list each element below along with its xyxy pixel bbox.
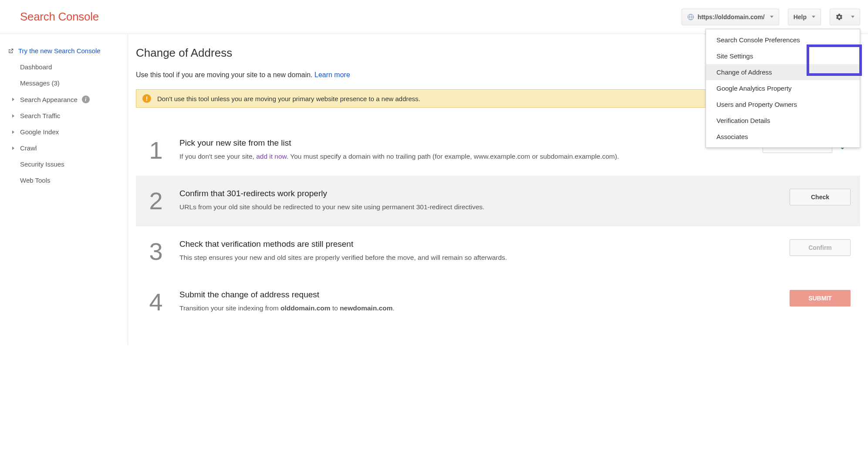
step-text-fragment: If you don't see your site, (179, 153, 256, 160)
step-text: If you don't see your site, add it now. … (179, 151, 750, 161)
step-action: Confirm (790, 239, 851, 256)
sidebar-item-label: Security Issues (20, 160, 64, 168)
arrow-right-icon (12, 130, 14, 134)
sidebar-item[interactable]: Web Tools (0, 172, 128, 188)
step-title: Pick your new site from the list (179, 138, 750, 148)
sidebar-item-label: Google Index (20, 128, 59, 136)
step-text-fragment: . (393, 304, 395, 312)
step-title: Check that verification methods are stil… (179, 239, 777, 249)
step-title: Submit the change of address request (179, 290, 777, 300)
sidebar-item-label: Web Tools (20, 177, 51, 184)
step-text: This step ensures your new and old sites… (179, 252, 777, 262)
sidebar-item[interactable]: Search Appearancei (0, 91, 128, 108)
step-body: Check that verification methods are stil… (179, 239, 777, 262)
globe-icon (687, 14, 694, 20)
add-it-now-link[interactable]: add it now (256, 153, 287, 160)
property-url-label: https://olddomain.com/ (698, 14, 765, 20)
step-body: Confirm that 301-redirects work properly… (179, 189, 777, 212)
check-button[interactable]: Check (790, 189, 851, 205)
step-3: 3 Check that verification methods are st… (136, 226, 860, 277)
settings-menu-item[interactable]: Change of Address (706, 64, 860, 80)
sidebar-item[interactable]: Search Traffic (0, 108, 128, 124)
sidebar-try-new[interactable]: Try the new Search Console (0, 43, 128, 59)
property-selector[interactable]: https://olddomain.com/ (682, 9, 779, 25)
step-action: SUBMIT (790, 290, 851, 306)
caret-down-icon (812, 16, 815, 18)
top-header: Search Console https://olddomain.com/ He… (0, 0, 868, 34)
settings-menu-item[interactable]: Users and Property Owners (706, 96, 860, 112)
warning-text: Don't use this tool unless you are movin… (157, 95, 420, 102)
settings-menu-item[interactable]: Site Settings (706, 48, 860, 64)
settings-menu-item[interactable]: Associates (706, 129, 860, 145)
step-text-fragment: Transition your site indexing from (179, 304, 280, 312)
settings-button[interactable] (830, 9, 860, 25)
arrow-right-icon (12, 146, 14, 150)
gear-icon (835, 13, 843, 21)
arrow-right-icon (12, 114, 14, 118)
sidebar-item-label: Search Traffic (20, 112, 60, 119)
step-number: 2 (145, 189, 166, 213)
sidebar-item[interactable]: Messages (3) (0, 75, 128, 91)
external-link-icon (8, 48, 14, 54)
submit-button[interactable]: SUBMIT (790, 290, 851, 306)
step-body: Pick your new site from the list If you … (179, 138, 750, 161)
sidebar-item[interactable]: Google Index (0, 124, 128, 140)
settings-menu-item[interactable]: Search Console Preferences (706, 32, 860, 48)
sidebar: Try the new Search Console DashboardMess… (0, 34, 128, 345)
sidebar-item-label: Dashboard (20, 63, 52, 71)
step-4: 4 Submit the change of address request T… (136, 277, 860, 327)
new-domain: newdomain.com (340, 304, 392, 312)
step-text: Transition your site indexing from olddo… (179, 303, 777, 313)
learn-more-link[interactable]: Learn more (314, 71, 350, 78)
sidebar-try-label: Try the new Search Console (18, 47, 101, 54)
step-2: 2 Confirm that 301-redirects work proper… (136, 176, 860, 226)
header-controls: https://olddomain.com/ Help Search Conso… (682, 9, 860, 25)
info-icon: i (82, 95, 90, 103)
warning-icon: ! (142, 94, 151, 103)
caret-down-icon (770, 16, 773, 18)
help-button[interactable]: Help (788, 9, 821, 25)
step-action: Check (790, 189, 851, 205)
step-number: 4 (145, 290, 166, 314)
help-label: Help (794, 14, 807, 20)
step-text: URLs from your old site should be redire… (179, 202, 777, 212)
sidebar-item[interactable]: Security Issues (0, 156, 128, 172)
settings-menu-item[interactable]: Google Analytics Property (706, 80, 860, 96)
step-text-fragment: . You must specify a domain with no trai… (287, 153, 619, 160)
settings-wrap: Search Console PreferencesSite SettingsC… (830, 9, 860, 25)
sidebar-item-label: Messages (3) (20, 79, 60, 87)
settings-menu-item[interactable]: Verification Details (706, 112, 860, 129)
confirm-button[interactable]: Confirm (790, 239, 851, 256)
step-number: 3 (145, 239, 166, 264)
app-logo: Search Console (20, 10, 99, 24)
caret-down-icon (851, 16, 854, 18)
sidebar-item[interactable]: Dashboard (0, 59, 128, 75)
old-domain: olddomain.com (280, 304, 331, 312)
sidebar-item[interactable]: Crawl (0, 140, 128, 156)
step-title: Confirm that 301-redirects work properly (179, 189, 777, 198)
sidebar-item-label: Crawl (20, 144, 37, 152)
sidebar-item-label: Search Appearance (20, 96, 78, 103)
settings-menu: Search Console PreferencesSite SettingsC… (706, 29, 860, 148)
arrow-right-icon (12, 98, 14, 101)
page-desc-text: Use this tool if you are moving your sit… (136, 71, 314, 78)
step-text-fragment: to (331, 304, 340, 312)
step-body: Submit the change of address request Tra… (179, 290, 777, 313)
step-number: 1 (145, 138, 166, 163)
